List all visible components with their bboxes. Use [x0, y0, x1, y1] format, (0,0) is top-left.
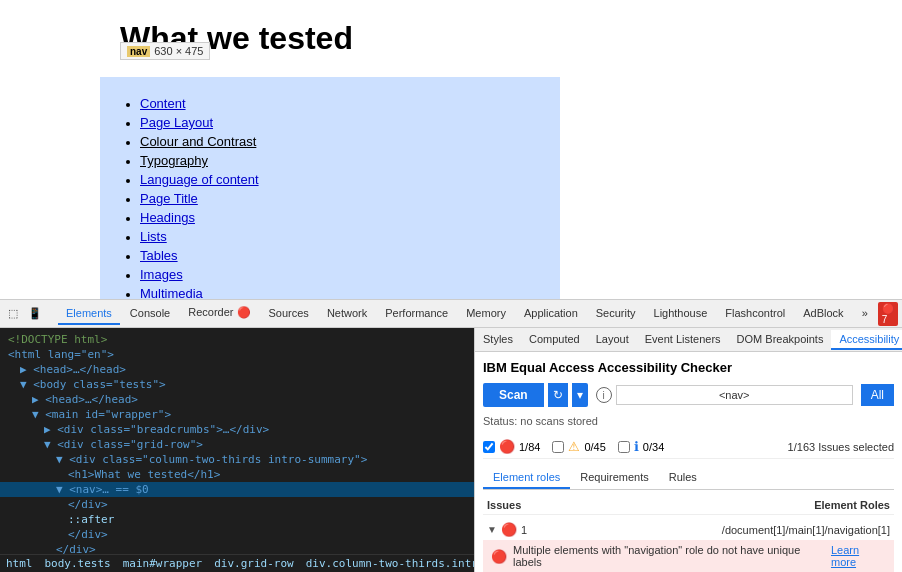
content-list-item-link[interactable]: Images: [140, 267, 183, 282]
nav-dimensions: 630 × 475: [154, 45, 203, 57]
nav-tag: nav: [127, 46, 150, 57]
list-item: Language of content: [140, 172, 540, 187]
list-item: Content: [140, 96, 540, 111]
list-item: Tables: [140, 248, 540, 263]
content-list-item-link[interactable]: Headings: [140, 210, 195, 225]
list-item: Page Title: [140, 191, 540, 206]
content-list-item-link[interactable]: Page Title: [140, 191, 198, 206]
content-list-item-link[interactable]: Lists: [140, 229, 167, 244]
list-item: Images: [140, 267, 540, 282]
content-list: ContentPage LayoutColour and ContrastTyp…: [100, 77, 560, 300]
content-list-item-link[interactable]: Language of content: [140, 172, 259, 187]
list-item: Lists: [140, 229, 540, 244]
content-list-item-link[interactable]: Multimedia: [140, 286, 203, 300]
list-item: Page Layout: [140, 115, 540, 130]
list-item: Headings: [140, 210, 540, 225]
content-list-item-link[interactable]: Colour and Contrast: [140, 134, 256, 149]
content-list-item-link[interactable]: Page Layout: [140, 115, 213, 130]
content-list-item-link[interactable]: Tables: [140, 248, 178, 263]
content-list-item-link[interactable]: Typography: [140, 153, 208, 168]
list-item: Multimedia: [140, 286, 540, 300]
nav-tooltip: nav 630 × 475: [120, 42, 210, 60]
content-list-item-link[interactable]: Content: [140, 96, 186, 111]
list-item: Typography: [140, 153, 540, 168]
list-item: Colour and Contrast: [140, 134, 540, 149]
main-content: What we tested nav 630 × 475 ContentPage…: [0, 0, 902, 300]
